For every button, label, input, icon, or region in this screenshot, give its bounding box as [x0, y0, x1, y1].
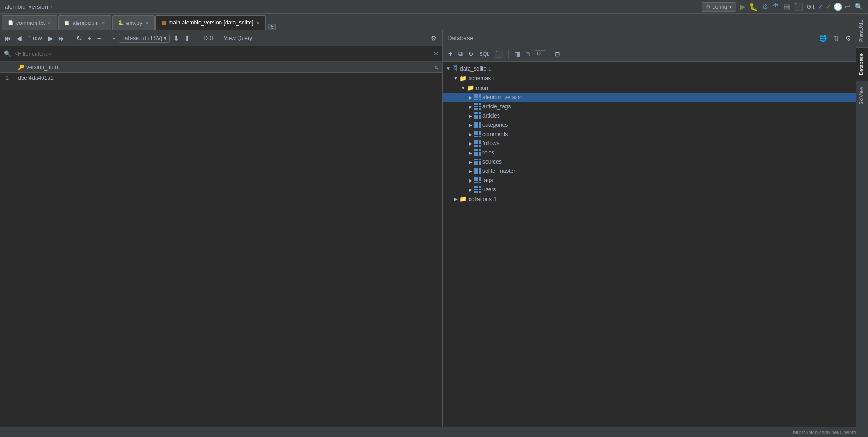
tree-node-data-sqlite[interactable]: ▼ 🗄 data_sqlite 1: [443, 64, 868, 73]
side-tab-sciview[interactable]: SciView: [856, 81, 868, 110]
db-separator-2: [549, 49, 549, 59]
git-check-icon[interactable]: ✓: [826, 2, 832, 11]
tree-arrow-schemas: ▼: [452, 76, 459, 81]
sort-icon[interactable]: ⇅: [434, 65, 438, 70]
table-grid-icon-follows: [474, 140, 481, 147]
db-table-button[interactable]: ▦: [512, 49, 522, 59]
tree-node-comments[interactable]: ▶ comments: [443, 130, 868, 139]
window-title: alembic_version: [5, 3, 48, 10]
db-copy-button[interactable]: ⧉: [456, 49, 464, 59]
ddl-button[interactable]: DDL: [200, 34, 218, 42]
db-settings-button[interactable]: ⚙: [844, 34, 853, 43]
table-grid-icon-roles: [474, 149, 481, 156]
tab-main-alembic[interactable]: ▦ main.alembic_version [data_sqlite] ✕: [155, 15, 266, 30]
tab-count-badge: 5: [268, 24, 276, 30]
filter-clear-button[interactable]: ✕: [434, 50, 439, 57]
nav-prev-button[interactable]: ◀: [15, 34, 24, 43]
tab-main-label: main.alembic_version [data_sqlite]: [168, 19, 253, 26]
tree-badge-collations: 3: [493, 196, 496, 202]
folder-collations-icon: 📁: [459, 195, 467, 202]
tree-arrow-collations: ▶: [452, 196, 459, 201]
db-sql-button[interactable]: SQL: [477, 50, 491, 58]
tree-node-roles[interactable]: ▶ roles: [443, 148, 868, 157]
git-undo-icon[interactable]: ↩: [844, 2, 850, 11]
left-panel: ⏮ ◀ 1 row ▶ ⏭ ↻ + − » Tab-se...d (TSV) ▾…: [0, 30, 443, 427]
db-add-button[interactable]: +: [446, 49, 454, 59]
refresh-button[interactable]: ↻: [75, 34, 84, 43]
tree-node-follows[interactable]: ▶ follows: [443, 139, 868, 148]
tree-arrow-main: ▼: [459, 85, 467, 90]
tree-node-article-tags[interactable]: ▶ article_tags: [443, 102, 868, 111]
tree-arrow-sqlite-master: ▶: [467, 169, 474, 174]
tab-close-env[interactable]: ✕: [145, 20, 149, 25]
tree-label-main: main: [476, 85, 488, 91]
tree-node-categories[interactable]: ▶ categories: [443, 120, 868, 130]
debug-icon[interactable]: 🐛: [749, 2, 758, 11]
db-refresh-button[interactable]: ↻: [466, 49, 476, 59]
db-filter-button[interactable]: ⊟: [553, 49, 562, 59]
tab-env-py[interactable]: 🐍 env.py ✕: [112, 15, 155, 30]
git-commit-icon[interactable]: ✓: [818, 2, 824, 11]
tree-arrow-articles: ▶: [467, 113, 474, 118]
import-arrow-button[interactable]: »: [111, 35, 117, 42]
db-header: Database 🌐 ⇅ ⚙ −: [443, 30, 868, 46]
grid-header: 🔑 version_num ⇅: [0, 62, 442, 73]
db-filter-tree-button[interactable]: ⇅: [832, 34, 841, 43]
config-button[interactable]: ⚙ config ▾: [702, 2, 736, 12]
db-edit-button[interactable]: ✎: [524, 49, 533, 59]
profile-icon[interactable]: ⏱: [772, 3, 779, 11]
delete-row-button[interactable]: −: [95, 34, 103, 43]
db-file-icon: ▦: [161, 20, 166, 25]
col-version-header[interactable]: 🔑 version_num ⇅: [14, 62, 442, 73]
tree-label-comments: comments: [482, 131, 508, 137]
table-grid-icon-articles: [474, 112, 481, 119]
run-icon[interactable]: ▶: [740, 2, 745, 11]
db-ql-button[interactable]: QL: [535, 50, 545, 57]
side-tab-database[interactable]: Database: [856, 47, 868, 81]
coverage-icon[interactable]: ⚙: [762, 2, 768, 11]
git-history-icon[interactable]: 🕐: [833, 2, 843, 11]
stop-icon[interactable]: ⬛: [794, 2, 803, 11]
tree-node-sources[interactable]: ▶ sources: [443, 157, 868, 166]
version-num-cell[interactable]: d5ef4da461a1: [14, 73, 442, 83]
table-row[interactable]: 1 d5ef4da461a1: [0, 73, 442, 83]
filter-input[interactable]: [15, 51, 430, 57]
view-query-button[interactable]: View Query: [220, 34, 256, 42]
tree-node-users[interactable]: ▶ users: [443, 185, 868, 194]
tab-alembic-ini[interactable]: 📋 alembic.ini ✕: [58, 15, 111, 30]
build-icon[interactable]: ▦: [783, 2, 790, 11]
gear-small-icon: ⚙: [706, 4, 711, 10]
txt-file-icon: 📄: [8, 20, 13, 25]
tree-label-users: users: [482, 186, 496, 193]
side-tab-plantuml[interactable]: PlantUML: [856, 30, 868, 47]
tree-node-articles[interactable]: ▶ articles: [443, 111, 868, 120]
tab-close-ini[interactable]: ✕: [101, 20, 105, 25]
tree-node-alembic-version[interactable]: ▶ alembic_version: [443, 93, 868, 102]
db-stop-button[interactable]: ⬛: [493, 49, 505, 59]
export-up-button[interactable]: ⬆: [183, 34, 192, 43]
grid-settings-button[interactable]: ⚙: [428, 34, 440, 43]
nav-first-button[interactable]: ⏮: [3, 34, 13, 43]
db-globe-button[interactable]: 🌐: [817, 34, 829, 43]
right-panel: Database 🌐 ⇅ ⚙ − + ⧉ ↻ SQL ⬛ ▦ ✎ QL ⊟: [443, 30, 868, 427]
tree-node-collations[interactable]: ▶ 📁 collations 3: [443, 194, 868, 204]
db-action-toolbar: + ⧉ ↻ SQL ⬛ ▦ ✎ QL ⊟: [443, 46, 868, 62]
tree-node-schemas[interactable]: ▼ 📁 schemas 1: [443, 73, 868, 83]
tree-label-alembic-version: alembic_version: [482, 94, 523, 100]
tree-node-tags[interactable]: ▶ tags: [443, 176, 868, 185]
tree-node-sqlite-master[interactable]: ▶ sqlite_master: [443, 166, 868, 176]
format-selector[interactable]: Tab-se...d (TSV) ▾: [119, 34, 170, 43]
search-icon[interactable]: 🔍: [854, 2, 863, 11]
export-down-button[interactable]: ⬇: [172, 34, 181, 43]
tree-label-sources: sources: [482, 159, 502, 165]
tab-common-txt[interactable]: 📄 common.txt ✕: [2, 15, 57, 30]
filter-search-icon: 🔍: [4, 50, 11, 57]
tab-close-common[interactable]: ✕: [48, 20, 51, 25]
tree-node-main[interactable]: ▼ 📁 main: [443, 83, 868, 93]
nav-last-button[interactable]: ⏭: [57, 34, 67, 43]
tree-arrow-alembic-version: ▶: [467, 95, 474, 100]
filter-row: 🔍 ✕: [0, 46, 442, 62]
nav-next-button[interactable]: ▶: [46, 34, 55, 43]
add-row-button[interactable]: +: [86, 34, 93, 43]
tab-close-main[interactable]: ✕: [256, 20, 260, 25]
